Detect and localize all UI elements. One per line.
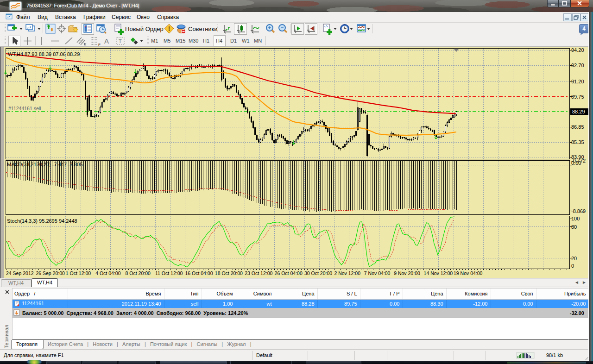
svg-text:92.70: 92.70	[571, 63, 584, 68]
svg-text:23 Oct 12:00: 23 Oct 12:00	[245, 270, 272, 276]
svg-text:30 Oct 20:00: 30 Oct 20:00	[304, 270, 332, 276]
svg-text:19 Nov 04:00: 19 Nov 04:00	[454, 270, 483, 276]
svg-text:80: 80	[571, 224, 577, 230]
svg-text:1 Oct 12:00: 1 Oct 12:00	[66, 270, 91, 276]
svg-text:8 Oct 20:00: 8 Oct 20:00	[126, 270, 151, 276]
svg-text:9 Nov 20:00: 9 Nov 20:00	[394, 270, 420, 276]
svg-text:F: F	[98, 43, 101, 47]
svg-text:88.29: 88.29	[572, 109, 585, 114]
svg-text:!: !	[168, 25, 170, 32]
svg-text:0: 0	[571, 263, 574, 269]
svg-text:A: A	[104, 37, 109, 45]
svg-text:11 Oct 12:00: 11 Oct 12:00	[155, 270, 183, 276]
svg-text:91.20: 91.20	[571, 79, 584, 84]
svg-text:26 Oct 04:00: 26 Oct 04:00	[275, 270, 303, 276]
svg-text:16 Oct 04:00: 16 Oct 04:00	[185, 270, 213, 276]
svg-text:18 Oct 20:00: 18 Oct 20:00	[215, 270, 243, 276]
svg-text:14 Nov 12:00: 14 Nov 12:00	[424, 270, 453, 276]
svg-text:94.20: 94.20	[571, 47, 584, 53]
svg-text:85.35: 85.35	[571, 139, 584, 145]
svg-text:0.00: 0.00	[571, 160, 581, 166]
svg-text:#11244161 sell: #11244161 sell	[8, 106, 41, 111]
svg-text:E: E	[84, 42, 87, 46]
svg-text:4 Oct 04:00: 4 Oct 04:00	[95, 270, 120, 276]
svg-text:89.75: 89.75	[571, 94, 584, 100]
svg-text:7 Nov 04:00: 7 Nov 04:00	[364, 270, 391, 276]
svg-text:20: 20	[571, 256, 577, 261]
svg-text:26 Sep 20:00: 26 Sep 20:00	[36, 270, 65, 276]
svg-text:Stoch(14,3,3) 95.2695 94.2448: Stoch(14,3,3) 95.2695 94.2448	[7, 218, 77, 224]
svg-text:2 Nov 12:00: 2 Nov 12:00	[334, 270, 360, 276]
svg-text:T: T	[119, 38, 122, 44]
svg-text:86.85: 86.85	[571, 124, 584, 130]
svg-text:24 Sep 2012: 24 Sep 2012	[6, 270, 34, 276]
svg-text:WT,H4 87.93 88.39 87.06 88.29: WT,H4 87.93 88.39 87.06 88.29	[8, 51, 80, 57]
svg-text:100: 100	[571, 216, 580, 221]
svg-text:-8.869: -8.869	[571, 208, 586, 214]
svg-text:MACD(38,2120,20) -7.447 -7.805: MACD(38,2120,20) -7.447 -7.805	[7, 162, 82, 167]
